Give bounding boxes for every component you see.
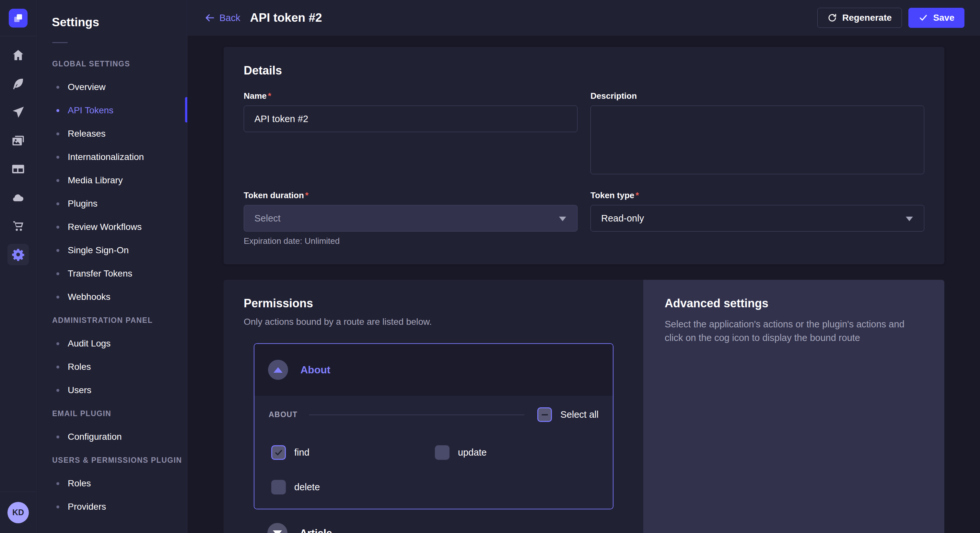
chevron-down-icon [559, 217, 566, 221]
sidebar-item-configuration[interactable]: Configuration [37, 425, 187, 449]
collapse-toggle-icon[interactable] [268, 360, 288, 380]
sidebar-item-label: Roles [68, 478, 91, 489]
name-input[interactable] [244, 106, 578, 132]
home-icon[interactable] [4, 41, 32, 69]
logo-block [0, 0, 36, 36]
article-accordion-label: Article [300, 527, 332, 533]
sidebar-item-label: Single Sign-On [68, 245, 129, 255]
sidebar-item-plugins[interactable]: Plugins [37, 192, 187, 215]
bullet-icon [56, 366, 59, 368]
about-accordion-label: About [301, 364, 330, 376]
name-field-group: Name* [244, 91, 578, 176]
bullet-icon [56, 179, 59, 182]
token-type-select[interactable]: Read-only [590, 205, 924, 232]
permission-update: update [435, 445, 598, 460]
sidebar-item-label: Transfer Tokens [68, 268, 132, 279]
delete-checkbox[interactable] [271, 480, 286, 495]
settings-title-divider [52, 42, 68, 43]
description-textarea[interactable] [590, 106, 924, 174]
token-duration-select[interactable]: Select [244, 205, 578, 232]
regenerate-button[interactable]: Regenerate [817, 8, 902, 28]
sidebar-item-label: Providers [68, 501, 106, 512]
sidebar-item-users[interactable]: Users [37, 379, 187, 402]
required-mark: * [635, 190, 639, 200]
cloud-icon[interactable] [4, 183, 32, 212]
bullet-icon [56, 436, 59, 438]
nav-section-global-settings: GLOBAL SETTINGS [37, 52, 187, 75]
bullet-icon [56, 132, 59, 135]
strapi-logo-icon[interactable] [9, 9, 27, 27]
sidebar-footer: KD [0, 492, 36, 533]
sidebar-item-label: Overview [68, 82, 106, 92]
media-icon[interactable] [4, 126, 32, 155]
page-title: API token #2 [250, 11, 322, 25]
update-checkbox[interactable] [435, 445, 450, 460]
expand-toggle-icon[interactable] [267, 523, 288, 533]
main-navigation-sidebar: KD [0, 0, 37, 533]
send-icon[interactable] [4, 98, 32, 126]
sidebar-item-review-workflows[interactable]: Review Workflows [37, 215, 187, 239]
main-content: Back API token #2 Regenerate Save Detail… [188, 0, 980, 533]
details-title: Details [244, 64, 924, 78]
sidebar-item-label: Users [68, 385, 91, 395]
sidebar-item-internationalization[interactable]: Internationalization [37, 145, 187, 169]
feather-icon[interactable] [4, 69, 32, 98]
update-label: update [458, 447, 487, 458]
article-accordion-header[interactable]: Article [267, 523, 614, 533]
bullet-icon [56, 226, 59, 228]
chevron-down-icon [906, 217, 913, 221]
sidebar-item-single-sign-on[interactable]: Single Sign-On [37, 239, 187, 262]
description-label: Description [590, 91, 924, 101]
arrow-left-icon [205, 13, 215, 23]
sidebar-item-label: Webhooks [68, 292, 110, 302]
permissions-title: Permissions [244, 297, 623, 310]
advanced-settings-title: Advanced settings [665, 297, 922, 310]
sidebar-item-label: API Tokens [68, 105, 113, 116]
sidebar-item-label: Roles [68, 362, 91, 372]
advanced-settings-panel: Advanced settings Select the application… [643, 280, 944, 533]
token-type-field-group: Token type* Read-only [590, 190, 924, 246]
sidebar-item-label: Internationalization [68, 152, 144, 162]
find-label: find [294, 447, 310, 458]
find-checkbox[interactable] [271, 445, 286, 460]
permissions-subtitle: Only actions bound by a route are listed… [244, 317, 623, 327]
about-section-label: ABOUT [269, 410, 298, 419]
sidebar-item-webhooks[interactable]: Webhooks [37, 285, 187, 309]
triangle-up-icon [274, 367, 283, 373]
sidebar-item-transfer-tokens[interactable]: Transfer Tokens [37, 262, 187, 285]
sidebar-item-providers[interactable]: Providers [37, 495, 187, 519]
avatar[interactable]: KD [8, 502, 29, 523]
back-label: Back [220, 13, 240, 23]
gear-icon[interactable] [8, 244, 29, 265]
sidebar-item-up-roles[interactable]: Roles [37, 472, 187, 495]
bullet-icon [56, 202, 59, 205]
delete-label: delete [294, 482, 320, 493]
check-icon [918, 13, 928, 23]
description-field-group: Description [590, 91, 924, 176]
bullet-icon [56, 342, 59, 345]
sidebar-item-admin-roles[interactable]: Roles [37, 355, 187, 379]
token-duration-value: Select [255, 213, 281, 224]
sidebar-item-media-library[interactable]: Media Library [37, 169, 187, 192]
save-button[interactable]: Save [908, 8, 964, 28]
back-link[interactable]: Back [205, 13, 240, 23]
sidebar-item-audit-logs[interactable]: Audit Logs [37, 332, 187, 355]
bullet-icon [56, 249, 59, 252]
bullet-icon [56, 156, 59, 159]
token-duration-label: Token duration* [244, 190, 578, 200]
page-header: Back API token #2 Regenerate Save [188, 0, 980, 36]
sidebar-item-api-tokens[interactable]: API Tokens [37, 99, 187, 122]
sidebar-item-overview[interactable]: Overview [37, 75, 187, 99]
settings-subnav: Settings GLOBAL SETTINGS Overview API To… [37, 0, 187, 533]
section-divider [309, 414, 524, 415]
sidebar-item-label: Plugins [68, 198, 97, 209]
bullet-icon [56, 86, 59, 89]
regenerate-label: Regenerate [842, 13, 892, 23]
refresh-icon [827, 13, 837, 23]
sidebar-item-releases[interactable]: Releases [37, 122, 187, 145]
about-accordion-header[interactable]: About [255, 344, 613, 396]
layout-icon[interactable] [4, 155, 32, 183]
about-accordion: About ABOUT Select all [254, 343, 614, 509]
cart-icon[interactable] [4, 212, 32, 240]
select-all-checkbox[interactable] [537, 408, 552, 422]
